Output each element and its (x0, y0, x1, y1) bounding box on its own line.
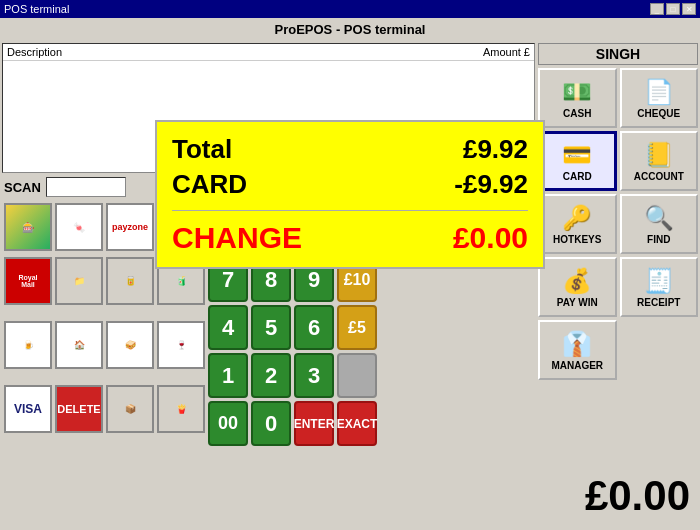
receipt-label: RECEIPT (637, 297, 680, 308)
window-title: ProEPOS - POS terminal (0, 18, 700, 41)
title-bar-buttons: _ □ ✕ (650, 3, 696, 15)
num-5[interactable]: 5 (251, 305, 291, 350)
num-2[interactable]: 2 (251, 353, 291, 398)
folders-button[interactable]: 📁 (55, 257, 103, 305)
find-label: FIND (647, 234, 670, 245)
overlay-panel: Total £9.92 CARD -£9.92 CHANGE £0.00 (155, 120, 545, 269)
num-6[interactable]: 6 (294, 305, 334, 350)
cheque-button[interactable]: 📄 CHEQUE (620, 68, 699, 128)
cheque-label: CHEQUE (637, 108, 680, 119)
sandwich-button[interactable]: 🥪 (106, 321, 154, 369)
find-button[interactable]: 🔍 FIND (620, 194, 699, 254)
paywin-button[interactable]: 💰 PAY WIN (538, 257, 617, 317)
right-panel: SINGH 💵 CASH 📄 CHEQUE 💳 CARD (538, 43, 698, 528)
account-label: ACCOUNT (634, 171, 684, 182)
content-area: Description Amount £ SCAN 🎰 🍬 payzone (0, 41, 700, 530)
icon-grid: RoyalMail 📁 🥫 🧃 🍺 🏠 🥪 🍷 VISA DELETE 📦 🍟 (4, 257, 205, 446)
right-buttons: 💵 CASH 📄 CHEQUE 💳 CARD 📒 ACCOUNT (538, 68, 698, 380)
lottery-button[interactable]: 🎰 (4, 203, 52, 251)
account-icon: 📒 (644, 141, 674, 169)
house-button[interactable]: 🏠 (55, 321, 103, 369)
food-button[interactable]: 🥫 (106, 257, 154, 305)
transaction-header: Description Amount £ (3, 44, 534, 61)
cash-icon: 💵 (562, 78, 592, 106)
card-row: CARD -£9.92 (172, 167, 528, 202)
wine-button[interactable]: 🍷 (157, 321, 205, 369)
change-value: £0.00 (453, 221, 528, 255)
col-amount: Amount £ (483, 46, 530, 58)
total-label: Total (172, 134, 232, 165)
scan-label: SCAN (4, 180, 41, 195)
card-payment-label: CARD (172, 169, 247, 200)
cash-button[interactable]: 💵 CASH (538, 68, 617, 128)
minimize-button[interactable]: _ (650, 3, 664, 15)
overlay-divider (172, 210, 528, 211)
manager-label: MANAGER (551, 360, 603, 371)
card-payment-value: -£9.92 (454, 169, 528, 200)
receipt-button[interactable]: 🧾 RECEIPT (620, 257, 699, 317)
delete-button[interactable]: DELETE (55, 385, 103, 433)
title-bar-label: POS terminal (4, 3, 69, 15)
col-description: Description (7, 46, 62, 58)
change-row: CHANGE £0.00 (172, 219, 528, 257)
chips-button[interactable]: 🍟 (157, 385, 205, 433)
receipt-icon: 🧾 (644, 267, 674, 295)
num-3[interactable]: 3 (294, 353, 334, 398)
total-row: Total £9.92 (172, 132, 528, 167)
manager-button[interactable]: 👔 MANAGER (538, 320, 617, 380)
close-button[interactable]: ✕ (682, 3, 696, 15)
total-value: £9.92 (463, 134, 528, 165)
change-label: CHANGE (172, 221, 302, 255)
enter-button[interactable]: ENTER (294, 401, 334, 446)
card-icon: 💳 (562, 141, 592, 169)
paywin-label: PAY WIN (557, 297, 598, 308)
num-1[interactable]: 1 (208, 353, 248, 398)
visa-button[interactable]: VISA (4, 385, 52, 433)
num-blank (337, 353, 377, 398)
title-bar: POS terminal _ □ ✕ (0, 0, 700, 18)
main-window: ProEPOS - POS terminal Description Amoun… (0, 18, 700, 530)
card-button[interactable]: 💳 CARD (538, 131, 617, 191)
cash-label: CASH (563, 108, 591, 119)
manager-icon: 👔 (562, 330, 592, 358)
num-4[interactable]: 4 (208, 305, 248, 350)
left-panel: Description Amount £ SCAN 🎰 🍬 payzone (2, 43, 535, 528)
beer-button[interactable]: 🍺 (4, 321, 52, 369)
cheque-icon: 📄 (644, 78, 674, 106)
paywin-icon: 💰 (562, 267, 592, 295)
account-button[interactable]: 📒 ACCOUNT (620, 131, 699, 191)
scan-input[interactable] (46, 177, 126, 197)
hotkeys-label: HOTKEYS (553, 234, 601, 245)
misc-button[interactable]: 📦 (106, 385, 154, 433)
payzone-button[interactable]: payzone (106, 203, 154, 251)
maximize-button[interactable]: □ (666, 3, 680, 15)
num-0[interactable]: 0 (251, 401, 291, 446)
user-label: SINGH (538, 43, 698, 65)
card-label: CARD (563, 171, 592, 182)
large-amount-display: £0.00 (585, 472, 690, 520)
exact-button[interactable]: EXACT (337, 401, 377, 446)
num-00[interactable]: 00 (208, 401, 248, 446)
royalmail-button[interactable]: RoyalMail (4, 257, 52, 305)
numpad: 7 8 9 £10 4 5 6 £5 1 2 (208, 257, 377, 446)
num-5[interactable]: £5 (337, 305, 377, 350)
hotkeys-button[interactable]: 🔑 HOTKEYS (538, 194, 617, 254)
find-icon: 🔍 (644, 204, 674, 232)
candy-button[interactable]: 🍬 (55, 203, 103, 251)
bottom-area: RoyalMail 📁 🥫 🧃 🍺 🏠 🥪 🍷 VISA DELETE 📦 🍟 (2, 255, 535, 448)
hotkeys-icon: 🔑 (562, 204, 592, 232)
